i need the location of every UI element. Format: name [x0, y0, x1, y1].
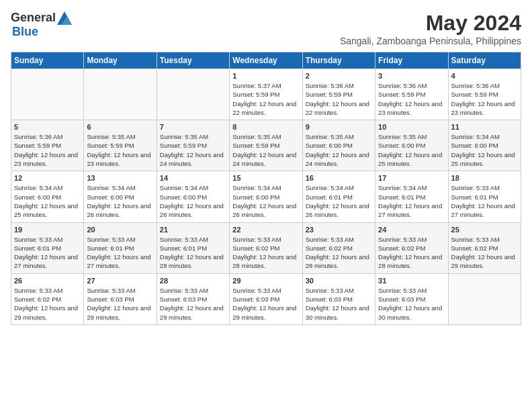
- sunrise-text: Sunrise: 5:33 AM: [378, 287, 427, 294]
- calendar-cell: 28 Sunrise: 5:33 AM Sunset: 6:03 PM Dayl…: [157, 273, 229, 324]
- daylight-text: Daylight: 12 hours and 29 minutes.: [87, 304, 150, 320]
- sunrise-text: Sunrise: 5:33 AM: [87, 236, 135, 243]
- sunrise-text: Sunrise: 5:33 AM: [306, 287, 354, 294]
- sunrise-text: Sunrise: 5:33 AM: [232, 236, 281, 243]
- daylight-text: Daylight: 12 hours and 23 minutes.: [14, 151, 78, 167]
- daylight-text: Daylight: 12 hours and 27 minutes.: [451, 202, 515, 218]
- day-info: Sunrise: 5:35 AM Sunset: 6:00 PM Dayligh…: [378, 132, 445, 168]
- calendar-cell: 3 Sunrise: 5:36 AM Sunset: 5:59 PM Dayli…: [375, 69, 448, 120]
- day-info: Sunrise: 5:35 AM Sunset: 5:59 PM Dayligh…: [87, 132, 153, 168]
- day-number: 31: [378, 277, 445, 285]
- day-number: 28: [160, 277, 226, 285]
- sunrise-text: Sunrise: 5:36 AM: [306, 82, 354, 89]
- day-info: Sunrise: 5:33 AM Sunset: 6:02 PM Dayligh…: [378, 235, 445, 271]
- daylight-text: Daylight: 12 hours and 27 minutes.: [14, 253, 78, 269]
- sunset-text: Sunset: 5:59 PM: [378, 91, 425, 98]
- day-info: Sunrise: 5:33 AM Sunset: 6:03 PM Dayligh…: [160, 286, 226, 322]
- day-info: Sunrise: 5:36 AM Sunset: 5:59 PM Dayligh…: [306, 81, 372, 117]
- sunset-text: Sunset: 6:01 PM: [451, 193, 498, 201]
- day-number: 26: [14, 277, 81, 285]
- day-number: 14: [160, 174, 226, 182]
- day-number: 11: [451, 123, 518, 131]
- sunset-text: Sunset: 6:02 PM: [378, 244, 425, 252]
- day-info: Sunrise: 5:35 AM Sunset: 5:59 PM Dayligh…: [160, 132, 226, 168]
- sunrise-text: Sunrise: 5:34 AM: [378, 184, 427, 191]
- sunset-text: Sunset: 6:03 PM: [232, 295, 279, 303]
- day-info: Sunrise: 5:33 AM Sunset: 6:01 PM Dayligh…: [451, 183, 518, 219]
- sunrise-text: Sunrise: 5:34 AM: [451, 133, 500, 140]
- calendar-cell: [84, 69, 157, 120]
- sunrise-text: Sunrise: 5:35 AM: [306, 133, 354, 140]
- calendar-cell: 12 Sunrise: 5:34 AM Sunset: 6:00 PM Dayl…: [11, 171, 84, 222]
- day-info: Sunrise: 5:34 AM Sunset: 6:00 PM Dayligh…: [160, 183, 226, 219]
- sunrise-text: Sunrise: 5:34 AM: [232, 184, 281, 191]
- sunset-text: Sunset: 6:02 PM: [232, 244, 279, 252]
- day-info: Sunrise: 5:34 AM Sunset: 6:00 PM Dayligh…: [87, 183, 153, 219]
- sunset-text: Sunset: 6:02 PM: [451, 244, 498, 252]
- daylight-text: Daylight: 12 hours and 25 minutes.: [451, 151, 515, 167]
- daylight-text: Daylight: 12 hours and 24 minutes.: [306, 151, 369, 167]
- daylight-text: Daylight: 12 hours and 24 minutes.: [160, 151, 224, 167]
- sunrise-text: Sunrise: 5:35 AM: [160, 133, 208, 140]
- calendar-cell: 2 Sunrise: 5:36 AM Sunset: 5:59 PM Dayli…: [302, 69, 375, 120]
- sunrise-text: Sunrise: 5:35 AM: [232, 133, 281, 140]
- day-number: 9: [306, 123, 372, 131]
- day-number: 6: [87, 123, 153, 131]
- calendar-cell: 14 Sunrise: 5:34 AM Sunset: 6:00 PM Dayl…: [157, 171, 229, 222]
- page-header: General Blue May 2024 Sangali, Zamboanga…: [11, 11, 521, 46]
- calendar-week-row: 26 Sunrise: 5:33 AM Sunset: 6:02 PM Dayl…: [11, 273, 521, 324]
- daylight-text: Daylight: 12 hours and 29 minutes.: [160, 304, 224, 320]
- sunset-text: Sunset: 6:03 PM: [378, 295, 425, 303]
- calendar-week-row: 1 Sunrise: 5:37 AM Sunset: 5:59 PM Dayli…: [11, 69, 521, 120]
- calendar-cell: 24 Sunrise: 5:33 AM Sunset: 6:02 PM Dayl…: [375, 222, 448, 273]
- sunset-text: Sunset: 5:59 PM: [14, 142, 61, 149]
- daylight-text: Daylight: 12 hours and 22 minutes.: [306, 100, 369, 116]
- daylight-text: Daylight: 12 hours and 24 minutes.: [232, 151, 296, 167]
- title-block: May 2024 Sangali, Zamboanga Peninsula, P…: [340, 11, 521, 46]
- sunset-text: Sunset: 6:01 PM: [306, 193, 353, 201]
- day-number: 3: [378, 72, 445, 80]
- calendar-cell: 7 Sunrise: 5:35 AM Sunset: 5:59 PM Dayli…: [157, 120, 229, 171]
- sunrise-text: Sunrise: 5:33 AM: [451, 236, 500, 243]
- day-info: Sunrise: 5:33 AM Sunset: 6:02 PM Dayligh…: [451, 235, 518, 271]
- sunrise-text: Sunrise: 5:34 AM: [14, 184, 62, 191]
- day-info: Sunrise: 5:33 AM Sunset: 6:03 PM Dayligh…: [306, 286, 372, 322]
- sunrise-text: Sunrise: 5:33 AM: [14, 236, 62, 243]
- day-of-week-header: Wednesday: [230, 52, 302, 69]
- sunset-text: Sunset: 6:00 PM: [378, 142, 425, 149]
- day-number: 1: [232, 72, 299, 80]
- day-number: 27: [87, 277, 153, 285]
- daylight-text: Daylight: 12 hours and 26 minutes.: [306, 202, 369, 218]
- day-number: 18: [451, 174, 518, 182]
- calendar-cell: 17 Sunrise: 5:34 AM Sunset: 6:01 PM Dayl…: [375, 171, 448, 222]
- calendar-cell: 23 Sunrise: 5:33 AM Sunset: 6:02 PM Dayl…: [302, 222, 375, 273]
- daylight-text: Daylight: 12 hours and 27 minutes.: [378, 202, 442, 218]
- sunset-text: Sunset: 6:01 PM: [378, 193, 425, 201]
- sunrise-text: Sunrise: 5:34 AM: [160, 184, 208, 191]
- daylight-text: Daylight: 12 hours and 23 minutes.: [378, 100, 442, 116]
- sunrise-text: Sunrise: 5:36 AM: [14, 133, 62, 140]
- day-number: 20: [87, 226, 153, 234]
- daylight-text: Daylight: 12 hours and 29 minutes.: [232, 304, 296, 320]
- day-info: Sunrise: 5:34 AM Sunset: 6:00 PM Dayligh…: [451, 132, 518, 168]
- day-number: 23: [306, 226, 372, 234]
- sunset-text: Sunset: 6:02 PM: [14, 295, 61, 303]
- calendar-cell: 18 Sunrise: 5:33 AM Sunset: 6:01 PM Dayl…: [448, 171, 521, 222]
- day-number: 5: [14, 123, 81, 131]
- day-of-week-header: Sunday: [11, 52, 84, 69]
- sunset-text: Sunset: 5:59 PM: [306, 91, 353, 98]
- calendar-cell: 4 Sunrise: 5:36 AM Sunset: 5:59 PM Dayli…: [448, 69, 521, 120]
- daylight-text: Daylight: 12 hours and 29 minutes.: [14, 304, 78, 320]
- sunset-text: Sunset: 6:03 PM: [306, 295, 353, 303]
- calendar-header-row: SundayMondayTuesdayWednesdayThursdayFrid…: [11, 52, 521, 69]
- sunset-text: Sunset: 5:59 PM: [87, 142, 134, 149]
- sunset-text: Sunset: 6:03 PM: [160, 295, 207, 303]
- logo: General Blue: [11, 11, 72, 39]
- day-of-week-header: Saturday: [448, 52, 521, 69]
- day-number: 4: [451, 72, 518, 80]
- calendar-cell: 1 Sunrise: 5:37 AM Sunset: 5:59 PM Dayli…: [230, 69, 302, 120]
- sunset-text: Sunset: 6:00 PM: [232, 193, 279, 201]
- daylight-text: Daylight: 12 hours and 23 minutes.: [451, 100, 515, 116]
- calendar-cell: 29 Sunrise: 5:33 AM Sunset: 6:03 PM Dayl…: [230, 273, 302, 324]
- day-number: 7: [160, 123, 226, 131]
